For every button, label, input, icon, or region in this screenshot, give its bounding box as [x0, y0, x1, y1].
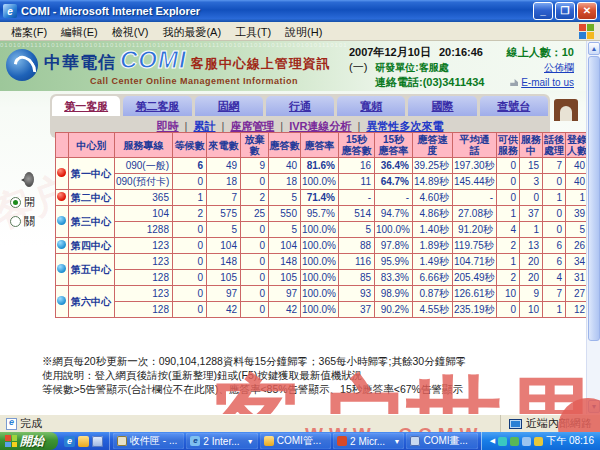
restore-button[interactable]: ❐ — [555, 2, 575, 20]
nav-zone: 第一客服第二客服固網行通寬頻國際查號台 即時|累計|座席管理|IVR連線分析|異… — [0, 91, 586, 138]
scroll-thumb[interactable] — [588, 56, 600, 341]
cht-logo-icon — [6, 49, 38, 81]
center-status-cell — [56, 158, 69, 190]
group-chevron-icon[interactable]: ▼ — [247, 438, 254, 445]
email-link[interactable]: E-mail to us — [521, 75, 574, 90]
tab-第一客服[interactable]: 第一客服 — [52, 96, 120, 116]
data-cell: 15 — [520, 158, 543, 174]
browser-viewport: 客户世界 客户世界 客户世界 0101010111010101110101011… — [0, 41, 600, 414]
close-button[interactable]: ✕ — [577, 2, 597, 20]
menu-item[interactable]: 編輯(E) — [54, 24, 105, 40]
column-header: 應答數 — [269, 133, 301, 158]
data-cell: 42 — [207, 302, 241, 318]
column-header: 應答速 度 — [413, 133, 453, 158]
tab-國際[interactable]: 國際 — [408, 96, 476, 116]
taskbar-button[interactable]: COMI管... — [260, 433, 331, 449]
vertical-scrollbar[interactable]: ▲ ▼ — [586, 41, 600, 414]
data-cell: 81.6% — [301, 158, 339, 174]
taskbar-button[interactable]: COMI畫... — [406, 433, 477, 449]
subnav-link-座席管理[interactable]: 座席管理 — [230, 120, 274, 132]
quick-ie-icon[interactable]: e — [64, 436, 75, 447]
data-cell: 104 — [269, 238, 301, 254]
data-cell: 0 — [241, 286, 269, 302]
data-cell: 97 — [269, 286, 301, 302]
quick-mail-icon[interactable] — [92, 436, 103, 447]
header-banner: 0101010111010101110101011101010111010101… — [0, 41, 586, 91]
data-cell: 7 — [207, 190, 241, 206]
system-tray: ◀ 下午 08:16 — [481, 432, 600, 450]
title-bar: e COMI - Microsoft Internet Explorer _ ❐… — [0, 0, 600, 22]
quick-folder-icon[interactable] — [78, 436, 89, 447]
tab-第二客服[interactable]: 第二客服 — [123, 96, 191, 116]
data-cell: 2 — [241, 190, 269, 206]
taskbar-button[interactable]: e2 Inter...▼ — [186, 433, 257, 449]
start-button[interactable]: 開始 — [0, 432, 58, 450]
data-cell: 0 — [173, 238, 207, 254]
data-cell: 0 — [241, 174, 269, 190]
menu-item[interactable]: 我的最愛(A) — [155, 24, 228, 40]
data-cell: 0 — [241, 302, 269, 318]
center-name-cell: 第六中心 — [69, 286, 115, 318]
data-cell: 0 — [241, 270, 269, 286]
data-cell: 0 — [173, 286, 207, 302]
tab-查號台[interactable]: 查號台 — [480, 96, 548, 116]
data-cell: 85 — [339, 270, 375, 286]
data-cell: 0 — [241, 222, 269, 238]
minimize-button[interactable]: _ — [533, 2, 553, 20]
blue-dot-icon — [57, 296, 66, 305]
folder-task-icon — [264, 436, 274, 446]
data-cell: 90.2% — [375, 302, 413, 318]
data-cell: 197.30秒 — [453, 158, 497, 174]
data-cell: 2 — [497, 238, 520, 254]
note-line: 等候數>5告警顯示(合計欄位不在此限)、應答率<85%告警顯示、15秒應答率<6… — [42, 382, 466, 396]
tab-label: 寬頻 — [360, 100, 382, 112]
sound-off-option[interactable]: 關 — [10, 214, 52, 229]
data-cell: 42 — [269, 302, 301, 318]
brand-comi: COMI — [120, 46, 187, 74]
taskbar-button[interactable]: 2 Micr...▼ — [333, 433, 404, 449]
tray-collapse-icon[interactable]: ◀ — [490, 437, 495, 445]
data-cell: 123 — [115, 254, 173, 270]
data-cell: 105 — [269, 270, 301, 286]
bulletin-link[interactable]: 公佈欄 — [544, 60, 574, 75]
table-row: 第六中心123097097100.0%9398.9%0.87秒126.61秒10… — [56, 286, 589, 302]
speaker-icon — [16, 171, 36, 189]
taskbar-button[interactable]: 收件匣 - ... — [113, 433, 184, 449]
data-cell: 1 — [543, 190, 566, 206]
sound-on-radio[interactable] — [10, 197, 21, 208]
data-cell: - — [453, 190, 497, 206]
group-chevron-icon[interactable]: ▼ — [394, 438, 401, 445]
tab-寬頻[interactable]: 寬頻 — [337, 96, 405, 116]
subnav-link-IVR連線分析[interactable]: IVR連線分析 — [289, 120, 351, 132]
column-header: 服務專線 — [115, 133, 173, 158]
arch-icon[interactable] — [554, 99, 578, 121]
subnav-link-即時[interactable]: 即時 — [157, 120, 179, 132]
subnav-separator: | — [358, 120, 361, 132]
tray-icon[interactable] — [534, 437, 543, 446]
menu-item[interactable]: 工具(T) — [228, 24, 278, 40]
tab-固網[interactable]: 固網 — [195, 96, 263, 116]
screen: e COMI - Microsoft Internet Explorer _ ❐… — [0, 0, 600, 450]
data-cell: 1 — [497, 254, 520, 270]
data-cell: 5 — [207, 222, 241, 238]
subnav-link-累計[interactable]: 累計 — [193, 120, 215, 132]
menu-item[interactable]: 說明(H) — [278, 24, 329, 40]
sound-off-radio[interactable] — [10, 216, 21, 227]
tray-icon[interactable] — [510, 437, 519, 446]
scroll-up-arrow[interactable]: ▲ — [588, 42, 600, 55]
tab-行通[interactable]: 行通 — [266, 96, 334, 116]
security-zone-text: 近端內部網路 — [526, 416, 592, 431]
subnav-separator: | — [185, 120, 188, 132]
tray-icon[interactable] — [522, 437, 531, 446]
menu-item[interactable]: 檔案(F) — [4, 24, 54, 40]
subnav-link-異常性多次來電[interactable]: 異常性多次來電 — [366, 120, 443, 132]
tray-icon[interactable] — [498, 437, 507, 446]
data-cell: 39.25秒 — [413, 158, 453, 174]
sound-on-option[interactable]: 開 — [10, 195, 52, 210]
center-status-cell — [56, 286, 69, 318]
scroll-down-arrow[interactable]: ▼ — [588, 400, 600, 413]
app-task-icon — [410, 436, 420, 446]
center-name-cell: 第四中心 — [69, 238, 115, 254]
menu-item[interactable]: 檢視(V) — [105, 24, 156, 40]
data-cell: 0 — [497, 190, 520, 206]
